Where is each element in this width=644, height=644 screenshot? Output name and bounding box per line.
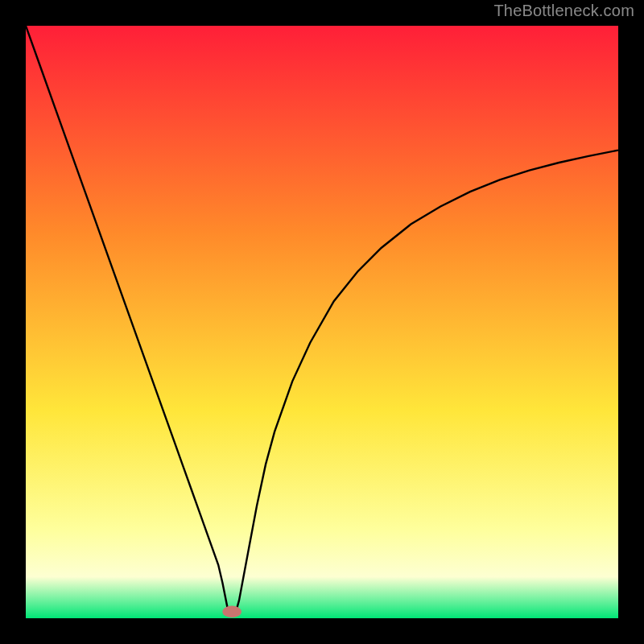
page-root: TheBottleneck.com (0, 0, 644, 644)
watermark: TheBottleneck.com (493, 2, 634, 20)
plot-area-wrapper (26, 26, 618, 618)
chart-svg (26, 26, 618, 618)
optimum-marker (222, 606, 242, 618)
